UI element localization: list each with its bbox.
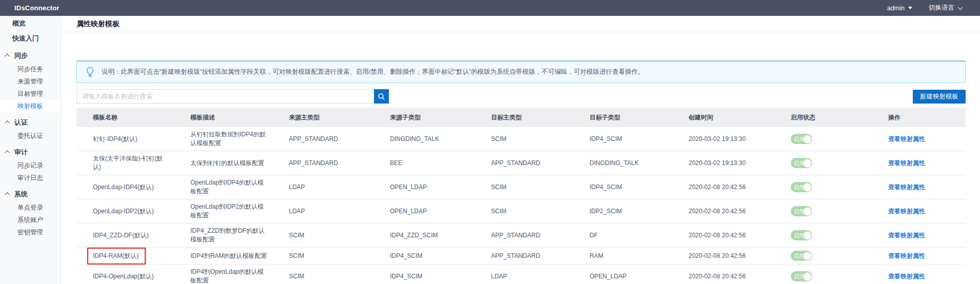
view-mapping-attrs-link[interactable]: 查看映射属性: [888, 135, 925, 143]
template-name: OpenLdap-IDP2(默认): [93, 208, 154, 215]
sidebar-item-system-accounts[interactable]: 系统账户: [0, 214, 61, 226]
col-enable-status: 启用状态: [774, 108, 872, 127]
sidebar-item-label: 密钥管理: [17, 228, 43, 237]
toggle-knob: [803, 252, 812, 260]
source-sub-type: BEE: [390, 159, 402, 167]
template-desc: 从钉钉拉取数据到IDP4的默认模板配置: [190, 131, 266, 147]
source-sub-type: OPEN_LDAP: [390, 184, 427, 191]
source-sub-type: DINGDING_TALK: [390, 135, 439, 143]
toggle-knob: [803, 231, 812, 240]
sidebar-item-label: 来源管理: [17, 77, 43, 86]
sidebar-item-overview[interactable]: 概览: [0, 16, 61, 31]
enable-toggle[interactable]: 启用: [791, 206, 812, 216]
target-sub-type: IDP4_SCIM: [590, 135, 622, 143]
sidebar: 概览 快速入门 同步 同步任务 来源管理 目标管理 映射模板 认证 委托认证: [0, 16, 61, 284]
table-row: 太保(太平洋保险)-钉钉(默认) 太保到钉钉的默认模板配置 APP_STANDA…: [76, 151, 966, 175]
sidebar-item-target-management[interactable]: 目标管理: [0, 88, 61, 100]
col-source-main-type: 来源主类型: [272, 108, 374, 127]
template-name: IDP4_ZZD-DF(默认): [93, 232, 149, 239]
sidebar-item-sync-tasks[interactable]: 同步任务: [0, 63, 61, 75]
chevron-up-icon: [5, 150, 10, 155]
sidebar-group-audit[interactable]: 审计: [0, 145, 61, 159]
target-main-type: APP_STANDARD: [491, 232, 540, 239]
sidebar-item-label: 审计日志: [17, 174, 43, 182]
template-desc: OpenLdap到IDP4的默认模板配置: [190, 179, 264, 195]
toolbar: 新建映射模板: [76, 89, 966, 104]
template-desc: IDP4到RAM的默认模板配置: [190, 252, 267, 259]
sidebar-group-sync[interactable]: 同步: [0, 48, 61, 63]
create-mapping-template-button[interactable]: 新建映射模板: [913, 90, 966, 104]
enable-toggle[interactable]: 启用: [791, 230, 812, 240]
enable-toggle[interactable]: 启用: [791, 158, 812, 168]
target-sub-type: DINGDING_TALK: [590, 159, 639, 167]
enable-toggle[interactable]: 启用: [791, 134, 812, 144]
table-row: OpenLdap-IDP4(默认) OpenLdap到IDP4的默认模板配置 L…: [76, 175, 966, 199]
user-menu[interactable]: admin: [887, 5, 912, 12]
language-switch-menu[interactable]: 切换语言: [929, 4, 962, 12]
sidebar-item-key-management[interactable]: 密钥管理: [0, 226, 61, 238]
table-row: 钉钉-IDP4(默认) 从钉钉拉取数据到IDP4的默认模板配置 APP_STAN…: [76, 127, 966, 151]
sidebar-group-label: 同步: [14, 51, 28, 60]
chevron-up-icon: [5, 192, 10, 197]
topbar-right: admin 切换语言: [887, 4, 962, 12]
sidebar-item-mapping-templates[interactable]: 映射模板: [0, 100, 61, 112]
sidebar-item-delegated-auth[interactable]: 委托认证: [0, 130, 61, 142]
col-created-time: 创建时间: [672, 108, 774, 127]
view-mapping-attrs-link[interactable]: 查看映射属性: [888, 252, 925, 259]
target-sub-type: OPEN_LDAP: [590, 273, 626, 280]
sidebar-item-sync-records[interactable]: 同步记录: [0, 159, 61, 172]
view-mapping-attrs-link[interactable]: 查看映射属性: [888, 273, 925, 280]
toggle-knob: [803, 159, 812, 168]
search-input[interactable]: [76, 89, 374, 104]
table-row: IDP4_ZZD-DF(默认) IDP4_ZZD到数梦DF的默认模板配置 SCI…: [76, 224, 966, 248]
source-sub-type: OPEN_LDAP: [390, 208, 427, 215]
notice-text: 说明：此界面可点击“新建映射模版”按钮添加属性字段关联，可对映射模版配置进行搜索…: [102, 68, 644, 76]
sidebar-item-source-management[interactable]: 来源管理: [0, 75, 61, 88]
sidebar-item-label: 映射模板: [17, 102, 43, 111]
template-name: IDP4-OpenLdap(默认): [93, 273, 154, 280]
mapping-template-table: 模板名称 模板描述 来源主类型 来源子类型 目标主类型 目标子类型 创建时间 启…: [76, 108, 966, 284]
sidebar-item-label: 概览: [12, 19, 26, 28]
view-mapping-attrs-link[interactable]: 查看映射属性: [888, 232, 925, 239]
sidebar-item-sso[interactable]: 单点登录: [0, 201, 61, 214]
template-desc: 太保到钉钉的默认模板配置: [190, 159, 264, 167]
sidebar-group-system[interactable]: 系统: [0, 187, 61, 201]
target-sub-type: IDP4_SCIM: [590, 184, 622, 191]
page-title: 属性映射模板: [76, 19, 120, 29]
search-icon: [378, 93, 385, 100]
created-time: 2020-02-08 20:42:56: [689, 252, 746, 259]
enable-toggle[interactable]: 启用: [791, 271, 812, 281]
table-row: OpenLdap-IDP2(默认) OpenLdap到IDP2的默认模板配置 L…: [76, 199, 966, 224]
sidebar-item-label: 委托认证: [17, 132, 43, 140]
sidebar-item-audit-logs[interactable]: 审计日志: [0, 172, 61, 184]
table-header: 模板名称 模板描述 来源主类型 来源子类型 目标主类型 目标子类型 创建时间 启…: [76, 108, 966, 127]
search-button[interactable]: [374, 89, 389, 104]
chevron-down-icon: [958, 5, 963, 10]
sidebar-item-label: 单点登录: [17, 204, 43, 212]
view-mapping-attrs-link[interactable]: 查看映射属性: [888, 208, 925, 215]
created-time: 2020-02-08 20:42:56: [689, 273, 746, 280]
source-main-type: SCIM: [289, 273, 304, 280]
sidebar-item-label: 快速入门: [12, 34, 39, 43]
enable-toggle[interactable]: 启用: [791, 182, 812, 192]
sidebar-item-label: 目标管理: [17, 90, 43, 98]
view-mapping-attrs-link[interactable]: 查看映射属性: [888, 159, 925, 167]
sidebar-item-quickstart[interactable]: 快速入门: [0, 31, 61, 46]
source-main-type: APP_STANDARD: [289, 159, 338, 167]
source-main-type: LDAP: [289, 184, 305, 191]
created-time: 2020-02-08 20:42:56: [689, 232, 746, 239]
enable-toggle[interactable]: 启用: [791, 251, 812, 261]
col-template-name: 模板名称: [76, 108, 174, 127]
target-sub-type: IDP2_SCIM: [590, 208, 622, 215]
col-template-desc: 模板描述: [174, 108, 272, 127]
target-main-type: APP_STANDARD: [491, 252, 540, 259]
col-target-sub-type: 目标子类型: [573, 108, 672, 127]
source-sub-type: IDP4_SCIM: [390, 273, 422, 280]
chevron-up-icon: [5, 54, 10, 59]
sidebar-group-auth[interactable]: 认证: [0, 115, 61, 130]
target-main-type: LDAP: [491, 273, 507, 280]
source-sub-type: IDP4_SCIM: [390, 252, 422, 259]
chevron-up-icon: [5, 120, 10, 126]
view-mapping-attrs-link[interactable]: 查看映射属性: [888, 184, 925, 191]
col-actions: 操作: [872, 108, 966, 127]
